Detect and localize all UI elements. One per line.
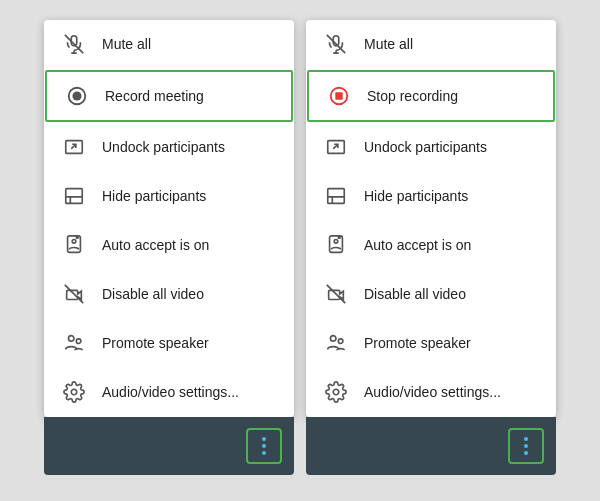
right-more-button[interactable] <box>508 428 544 464</box>
menu-item-undock-participants[interactable]: Undock participants <box>306 123 556 172</box>
svg-point-11 <box>72 240 76 244</box>
main-container: Mute all Record meeting Undock participa… <box>24 0 576 475</box>
menu-item-label-auto-accept: Auto accept is on <box>102 237 209 253</box>
svg-rect-7 <box>66 189 83 204</box>
menu-item-label-promote-speaker: Promote speaker <box>364 335 471 351</box>
menu-item-auto-accept[interactable]: Auto accept is on <box>44 221 294 270</box>
right-menu: Mute all Stop recording Undock participa… <box>306 20 556 417</box>
hide-icon <box>322 182 350 210</box>
menu-item-label-undock-participants: Undock participants <box>102 139 225 155</box>
menu-item-undock-participants[interactable]: Undock participants <box>44 123 294 172</box>
disable-video-icon <box>60 280 88 308</box>
left-menu: Mute all Record meeting Undock participa… <box>44 20 294 417</box>
right-menu-wrapper: Mute all Stop recording Undock participa… <box>306 20 556 475</box>
menu-item-label-audio-video-settings: Audio/video settings... <box>102 384 239 400</box>
three-dots-icon <box>262 437 266 455</box>
svg-point-17 <box>71 389 77 395</box>
svg-line-32 <box>327 285 345 303</box>
svg-point-35 <box>333 389 339 395</box>
svg-point-4 <box>72 91 81 100</box>
auto-accept-icon <box>60 231 88 259</box>
menu-item-audio-video-settings[interactable]: Audio/video settings... <box>306 368 556 417</box>
settings-icon <box>322 378 350 406</box>
menu-item-mute-all[interactable]: Mute all <box>44 20 294 69</box>
menu-item-hide-participants[interactable]: Hide participants <box>44 172 294 221</box>
menu-item-stop-recording[interactable]: Stop recording <box>307 70 555 122</box>
svg-point-29 <box>334 240 338 244</box>
record-icon <box>63 82 91 110</box>
menu-item-label-record-meeting: Record meeting <box>105 88 204 104</box>
undock-icon <box>60 133 88 161</box>
menu-item-promote-speaker[interactable]: Promote speaker <box>44 319 294 368</box>
mute-all-icon <box>60 30 88 58</box>
menu-item-mute-all[interactable]: Mute all <box>306 20 556 69</box>
menu-item-auto-accept[interactable]: Auto accept is on <box>306 221 556 270</box>
svg-rect-25 <box>328 189 345 204</box>
menu-item-label-promote-speaker: Promote speaker <box>102 335 209 351</box>
menu-item-label-hide-participants: Hide participants <box>364 188 468 204</box>
menu-item-label-hide-participants: Hide participants <box>102 188 206 204</box>
mute-all-icon <box>322 30 350 58</box>
stop-record-icon <box>325 82 353 110</box>
svg-point-33 <box>331 336 337 342</box>
svg-point-15 <box>69 336 75 342</box>
svg-point-34 <box>338 339 343 344</box>
menu-item-record-meeting[interactable]: Record meeting <box>45 70 293 122</box>
menu-item-promote-speaker[interactable]: Promote speaker <box>306 319 556 368</box>
menu-item-disable-video[interactable]: Disable all video <box>306 270 556 319</box>
left-bottom-bar <box>44 417 294 475</box>
menu-item-label-disable-video: Disable all video <box>102 286 204 302</box>
disable-video-icon <box>322 280 350 308</box>
right-bottom-bar <box>306 417 556 475</box>
menu-item-label-mute-all: Mute all <box>364 36 413 52</box>
promote-icon <box>60 329 88 357</box>
menu-item-label-audio-video-settings: Audio/video settings... <box>364 384 501 400</box>
menu-item-hide-participants[interactable]: Hide participants <box>306 172 556 221</box>
hide-icon <box>60 182 88 210</box>
left-menu-wrapper: Mute all Record meeting Undock participa… <box>44 20 294 475</box>
settings-icon <box>60 378 88 406</box>
svg-point-16 <box>76 339 81 344</box>
undock-icon <box>322 133 350 161</box>
promote-icon <box>322 329 350 357</box>
three-dots-icon <box>524 437 528 455</box>
menu-item-label-disable-video: Disable all video <box>364 286 466 302</box>
menu-item-audio-video-settings[interactable]: Audio/video settings... <box>44 368 294 417</box>
svg-line-14 <box>65 285 83 303</box>
menu-item-disable-video[interactable]: Disable all video <box>44 270 294 319</box>
menu-item-label-auto-accept: Auto accept is on <box>364 237 471 253</box>
auto-accept-icon <box>322 231 350 259</box>
menu-item-label-stop-recording: Stop recording <box>367 88 458 104</box>
left-more-button[interactable] <box>246 428 282 464</box>
menu-item-label-mute-all: Mute all <box>102 36 151 52</box>
menu-item-label-undock-participants: Undock participants <box>364 139 487 155</box>
svg-rect-22 <box>335 92 342 99</box>
